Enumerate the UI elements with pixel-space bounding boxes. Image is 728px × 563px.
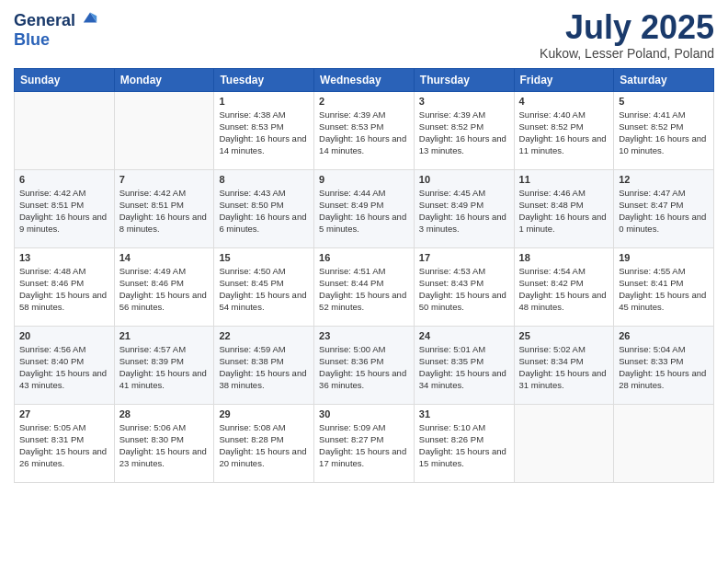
- day-number: 1: [219, 96, 309, 107]
- day-cell: 23Sunrise: 5:00 AM Sunset: 8:36 PM Dayli…: [314, 326, 415, 404]
- month-title: July 2025: [540, 9, 714, 46]
- day-detail: Sunrise: 4:56 AM Sunset: 8:40 PM Dayligh…: [19, 343, 109, 392]
- weekday-header-sunday: Sunday: [15, 68, 115, 91]
- day-detail: Sunrise: 4:44 AM Sunset: 8:49 PM Dayligh…: [319, 187, 409, 236]
- day-number: 4: [519, 96, 609, 107]
- day-cell: 3Sunrise: 4:39 AM Sunset: 8:52 PM Daylig…: [414, 91, 514, 169]
- day-cell: 10Sunrise: 4:45 AM Sunset: 8:49 PM Dayli…: [414, 169, 514, 247]
- day-detail: Sunrise: 4:39 AM Sunset: 8:53 PM Dayligh…: [319, 109, 409, 157]
- day-number: 18: [519, 252, 609, 263]
- day-cell: 16Sunrise: 4:51 AM Sunset: 8:44 PM Dayli…: [314, 247, 415, 326]
- day-detail: Sunrise: 4:51 AM Sunset: 8:44 PM Dayligh…: [319, 265, 409, 314]
- day-cell: 27Sunrise: 5:05 AM Sunset: 8:31 PM Dayli…: [15, 404, 115, 482]
- day-cell: 1Sunrise: 4:38 AM Sunset: 8:53 PM Daylig…: [214, 91, 314, 169]
- day-cell: [114, 91, 214, 169]
- day-detail: Sunrise: 4:50 AM Sunset: 8:45 PM Dayligh…: [219, 265, 309, 314]
- day-number: 25: [519, 330, 609, 341]
- weekday-header-row: SundayMondayTuesdayWednesdayThursdayFrid…: [15, 68, 714, 91]
- day-number: 20: [19, 330, 109, 341]
- day-cell: 21Sunrise: 4:57 AM Sunset: 8:39 PM Dayli…: [114, 326, 214, 404]
- day-cell: 25Sunrise: 5:02 AM Sunset: 8:34 PM Dayli…: [514, 326, 614, 404]
- day-detail: Sunrise: 5:01 AM Sunset: 8:35 PM Dayligh…: [419, 343, 509, 392]
- logo-blue: Blue: [14, 30, 98, 50]
- location-title: Kukow, Lesser Poland, Poland: [540, 46, 714, 61]
- day-detail: Sunrise: 5:08 AM Sunset: 8:28 PM Dayligh…: [219, 421, 309, 470]
- day-detail: Sunrise: 4:55 AM Sunset: 8:41 PM Dayligh…: [619, 265, 709, 314]
- day-detail: Sunrise: 4:39 AM Sunset: 8:52 PM Dayligh…: [419, 109, 509, 157]
- day-cell: [614, 404, 714, 482]
- day-cell: 22Sunrise: 4:59 AM Sunset: 8:38 PM Dayli…: [214, 326, 314, 404]
- day-detail: Sunrise: 5:10 AM Sunset: 8:26 PM Dayligh…: [419, 421, 509, 470]
- day-cell: 7Sunrise: 4:42 AM Sunset: 8:51 PM Daylig…: [114, 169, 214, 247]
- day-cell: 30Sunrise: 5:09 AM Sunset: 8:27 PM Dayli…: [314, 404, 415, 482]
- day-detail: Sunrise: 5:02 AM Sunset: 8:34 PM Dayligh…: [519, 343, 609, 392]
- day-cell: 13Sunrise: 4:48 AM Sunset: 8:46 PM Dayli…: [15, 247, 115, 326]
- day-cell: 19Sunrise: 4:55 AM Sunset: 8:41 PM Dayli…: [614, 247, 714, 326]
- day-cell: 26Sunrise: 5:04 AM Sunset: 8:33 PM Dayli…: [614, 326, 714, 404]
- day-number: 30: [319, 408, 409, 419]
- day-cell: 17Sunrise: 4:53 AM Sunset: 8:43 PM Dayli…: [414, 247, 514, 326]
- day-detail: Sunrise: 4:42 AM Sunset: 8:51 PM Dayligh…: [19, 187, 109, 236]
- day-number: 17: [419, 252, 509, 263]
- day-detail: Sunrise: 4:47 AM Sunset: 8:47 PM Dayligh…: [619, 187, 709, 236]
- day-cell: 18Sunrise: 4:54 AM Sunset: 8:42 PM Dayli…: [514, 247, 614, 326]
- day-number: 10: [419, 174, 509, 185]
- day-number: 7: [119, 174, 210, 185]
- day-number: 26: [619, 330, 709, 341]
- day-detail: Sunrise: 5:04 AM Sunset: 8:33 PM Dayligh…: [619, 343, 709, 392]
- weekday-header-tuesday: Tuesday: [214, 68, 314, 91]
- week-row-2: 6Sunrise: 4:42 AM Sunset: 8:51 PM Daylig…: [15, 169, 714, 247]
- day-cell: 15Sunrise: 4:50 AM Sunset: 8:45 PM Dayli…: [214, 247, 314, 326]
- header: General Blue July 2025 Kukow, Lesser Pol…: [14, 9, 714, 61]
- day-detail: Sunrise: 4:46 AM Sunset: 8:48 PM Dayligh…: [519, 187, 609, 236]
- day-number: 31: [419, 408, 509, 419]
- day-number: 8: [219, 174, 309, 185]
- day-number: 24: [419, 330, 509, 341]
- weekday-header-friday: Friday: [514, 68, 614, 91]
- day-detail: Sunrise: 4:45 AM Sunset: 8:49 PM Dayligh…: [419, 187, 509, 236]
- day-detail: Sunrise: 4:49 AM Sunset: 8:46 PM Dayligh…: [119, 265, 210, 314]
- day-number: 21: [119, 330, 210, 341]
- day-number: 22: [219, 330, 309, 341]
- title-block: July 2025 Kukow, Lesser Poland, Poland: [540, 9, 714, 61]
- day-detail: Sunrise: 5:09 AM Sunset: 8:27 PM Dayligh…: [319, 421, 409, 470]
- day-detail: Sunrise: 4:38 AM Sunset: 8:53 PM Dayligh…: [219, 109, 309, 157]
- day-cell: [514, 404, 614, 482]
- day-number: 15: [219, 252, 309, 263]
- day-cell: 29Sunrise: 5:08 AM Sunset: 8:28 PM Dayli…: [214, 404, 314, 482]
- day-detail: Sunrise: 4:40 AM Sunset: 8:52 PM Dayligh…: [519, 109, 609, 157]
- day-detail: Sunrise: 4:53 AM Sunset: 8:43 PM Dayligh…: [419, 265, 509, 314]
- weekday-header-monday: Monday: [114, 68, 214, 91]
- day-detail: Sunrise: 4:48 AM Sunset: 8:46 PM Dayligh…: [19, 265, 109, 314]
- logo: General Blue: [14, 9, 98, 50]
- day-number: 3: [419, 96, 509, 107]
- day-cell: 9Sunrise: 4:44 AM Sunset: 8:49 PM Daylig…: [314, 169, 415, 247]
- day-cell: 4Sunrise: 4:40 AM Sunset: 8:52 PM Daylig…: [514, 91, 614, 169]
- week-row-5: 27Sunrise: 5:05 AM Sunset: 8:31 PM Dayli…: [15, 404, 714, 482]
- day-number: 6: [19, 174, 109, 185]
- day-cell: 2Sunrise: 4:39 AM Sunset: 8:53 PM Daylig…: [314, 91, 415, 169]
- day-number: 2: [319, 96, 409, 107]
- day-detail: Sunrise: 4:54 AM Sunset: 8:42 PM Dayligh…: [519, 265, 609, 314]
- day-number: 9: [319, 174, 409, 185]
- day-cell: 5Sunrise: 4:41 AM Sunset: 8:52 PM Daylig…: [614, 91, 714, 169]
- day-detail: Sunrise: 5:06 AM Sunset: 8:30 PM Dayligh…: [119, 421, 210, 470]
- page: General Blue July 2025 Kukow, Lesser Pol…: [0, 0, 728, 563]
- day-cell: 11Sunrise: 4:46 AM Sunset: 8:48 PM Dayli…: [514, 169, 614, 247]
- day-detail: Sunrise: 4:41 AM Sunset: 8:52 PM Dayligh…: [619, 109, 709, 157]
- week-row-4: 20Sunrise: 4:56 AM Sunset: 8:40 PM Dayli…: [15, 326, 714, 404]
- day-detail: Sunrise: 4:57 AM Sunset: 8:39 PM Dayligh…: [119, 343, 210, 392]
- day-cell: 12Sunrise: 4:47 AM Sunset: 8:47 PM Dayli…: [614, 169, 714, 247]
- day-detail: Sunrise: 5:05 AM Sunset: 8:31 PM Dayligh…: [19, 421, 109, 470]
- week-row-3: 13Sunrise: 4:48 AM Sunset: 8:46 PM Dayli…: [15, 247, 714, 326]
- calendar: SundayMondayTuesdayWednesdayThursdayFrid…: [14, 68, 714, 483]
- day-number: 29: [219, 408, 309, 419]
- day-number: 27: [19, 408, 109, 419]
- day-number: 28: [119, 408, 210, 419]
- weekday-header-wednesday: Wednesday: [314, 68, 415, 91]
- week-row-1: 1Sunrise: 4:38 AM Sunset: 8:53 PM Daylig…: [15, 91, 714, 169]
- day-number: 13: [19, 252, 109, 263]
- weekday-header-saturday: Saturday: [614, 68, 714, 91]
- day-cell: 6Sunrise: 4:42 AM Sunset: 8:51 PM Daylig…: [15, 169, 115, 247]
- day-number: 16: [319, 252, 409, 263]
